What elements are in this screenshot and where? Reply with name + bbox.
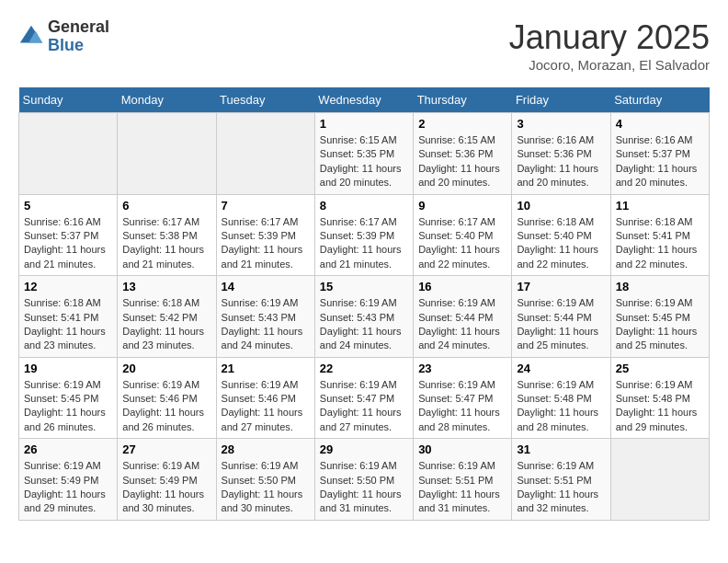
- day-number: 29: [320, 442, 408, 456]
- calendar-cell: [610, 439, 709, 521]
- calendar-cell: 10Sunrise: 6:18 AM Sunset: 5:40 PM Dayli…: [512, 194, 610, 276]
- calendar-cell: 13Sunrise: 6:18 AM Sunset: 5:42 PM Dayli…: [118, 276, 216, 358]
- calendar-cell: [216, 113, 314, 195]
- calendar-cell: 29Sunrise: 6:19 AM Sunset: 5:50 PM Dayli…: [314, 439, 413, 521]
- day-number: 23: [418, 362, 506, 375]
- calendar-cell: 19Sunrise: 6:19 AM Sunset: 5:45 PM Dayli…: [19, 357, 118, 439]
- day-info: Sunrise: 6:17 AM Sunset: 5:38 PM Dayligh…: [122, 215, 210, 272]
- logo: General Blue: [18, 18, 109, 55]
- calendar-cell: 8Sunrise: 6:17 AM Sunset: 5:39 PM Daylig…: [314, 194, 413, 276]
- calendar-cell: 25Sunrise: 6:19 AM Sunset: 5:48 PM Dayli…: [610, 357, 709, 439]
- day-info: Sunrise: 6:19 AM Sunset: 5:51 PM Dayligh…: [517, 459, 605, 516]
- day-number: 21: [222, 362, 310, 375]
- calendar-cell: [19, 113, 118, 195]
- day-info: Sunrise: 6:19 AM Sunset: 5:45 PM Dayligh…: [616, 296, 704, 353]
- day-info: Sunrise: 6:19 AM Sunset: 5:45 PM Dayligh…: [24, 378, 112, 435]
- day-number: 11: [616, 199, 704, 213]
- day-number: 6: [122, 199, 210, 213]
- day-info: Sunrise: 6:19 AM Sunset: 5:44 PM Dayligh…: [418, 296, 506, 353]
- calendar-cell: 30Sunrise: 6:19 AM Sunset: 5:51 PM Dayli…: [414, 439, 512, 521]
- calendar-week-row: 26Sunrise: 6:19 AM Sunset: 5:49 PM Dayli…: [19, 439, 710, 521]
- day-info: Sunrise: 6:18 AM Sunset: 5:42 PM Dayligh…: [122, 296, 210, 353]
- month-title: January 2025: [509, 18, 710, 57]
- calendar-cell: 31Sunrise: 6:19 AM Sunset: 5:51 PM Dayli…: [512, 439, 610, 521]
- day-info: Sunrise: 6:19 AM Sunset: 5:50 PM Dayligh…: [320, 459, 408, 516]
- logo-text: General Blue: [48, 18, 109, 55]
- calendar-cell: 3Sunrise: 6:16 AM Sunset: 5:36 PM Daylig…: [512, 113, 610, 195]
- day-number: 18: [616, 280, 704, 293]
- calendar-cell: 22Sunrise: 6:19 AM Sunset: 5:47 PM Dayli…: [314, 357, 413, 439]
- day-number: 19: [24, 362, 112, 375]
- day-number: 31: [517, 442, 605, 456]
- page-header: General Blue January 2025 Jocoro, Moraza…: [18, 18, 710, 73]
- logo-general-text: General: [48, 18, 109, 37]
- day-number: 28: [222, 442, 310, 456]
- day-info: Sunrise: 6:19 AM Sunset: 5:49 PM Dayligh…: [122, 459, 210, 516]
- calendar-cell: 24Sunrise: 6:19 AM Sunset: 5:48 PM Dayli…: [512, 357, 610, 439]
- day-number: 12: [24, 280, 112, 293]
- day-info: Sunrise: 6:19 AM Sunset: 5:47 PM Dayligh…: [418, 378, 506, 435]
- calendar-cell: 27Sunrise: 6:19 AM Sunset: 5:49 PM Dayli…: [118, 439, 216, 521]
- calendar-table: SundayMondayTuesdayWednesdayThursdayFrid…: [18, 87, 710, 521]
- calendar-week-row: 12Sunrise: 6:18 AM Sunset: 5:41 PM Dayli…: [19, 276, 710, 358]
- day-number: 4: [616, 117, 704, 131]
- weekday-header-friday: Friday: [512, 87, 610, 113]
- day-number: 27: [122, 442, 210, 456]
- calendar-week-row: 5Sunrise: 6:16 AM Sunset: 5:37 PM Daylig…: [19, 194, 710, 276]
- day-number: 25: [616, 362, 704, 375]
- day-number: 16: [418, 280, 506, 293]
- weekday-header-wednesday: Wednesday: [314, 87, 413, 113]
- calendar-cell: 14Sunrise: 6:19 AM Sunset: 5:43 PM Dayli…: [216, 276, 314, 358]
- day-info: Sunrise: 6:17 AM Sunset: 5:40 PM Dayligh…: [418, 215, 506, 272]
- weekday-header-sunday: Sunday: [19, 87, 118, 113]
- day-info: Sunrise: 6:16 AM Sunset: 5:36 PM Dayligh…: [517, 133, 605, 190]
- day-info: Sunrise: 6:19 AM Sunset: 5:51 PM Dayligh…: [418, 459, 506, 516]
- calendar-cell: 1Sunrise: 6:15 AM Sunset: 5:35 PM Daylig…: [314, 113, 413, 195]
- day-info: Sunrise: 6:17 AM Sunset: 5:39 PM Dayligh…: [222, 215, 310, 272]
- weekday-header-tuesday: Tuesday: [216, 87, 314, 113]
- day-info: Sunrise: 6:17 AM Sunset: 5:39 PM Dayligh…: [320, 215, 408, 272]
- calendar-cell: [118, 113, 216, 195]
- day-info: Sunrise: 6:18 AM Sunset: 5:41 PM Dayligh…: [616, 215, 704, 272]
- calendar-cell: 15Sunrise: 6:19 AM Sunset: 5:43 PM Dayli…: [314, 276, 413, 358]
- day-info: Sunrise: 6:19 AM Sunset: 5:44 PM Dayligh…: [517, 296, 605, 353]
- calendar-cell: 7Sunrise: 6:17 AM Sunset: 5:39 PM Daylig…: [216, 194, 314, 276]
- day-number: 5: [24, 199, 112, 213]
- calendar-cell: 9Sunrise: 6:17 AM Sunset: 5:40 PM Daylig…: [414, 194, 512, 276]
- day-number: 2: [418, 117, 506, 131]
- day-number: 24: [517, 362, 605, 375]
- location-text: Jocoro, Morazan, El Salvador: [509, 57, 710, 73]
- day-number: 26: [24, 442, 112, 456]
- calendar-cell: 5Sunrise: 6:16 AM Sunset: 5:37 PM Daylig…: [19, 194, 118, 276]
- day-info: Sunrise: 6:18 AM Sunset: 5:41 PM Dayligh…: [24, 296, 112, 353]
- calendar-cell: 17Sunrise: 6:19 AM Sunset: 5:44 PM Dayli…: [512, 276, 610, 358]
- calendar-cell: 21Sunrise: 6:19 AM Sunset: 5:46 PM Dayli…: [216, 357, 314, 439]
- day-info: Sunrise: 6:19 AM Sunset: 5:46 PM Dayligh…: [122, 378, 210, 435]
- day-number: 3: [517, 117, 605, 131]
- day-info: Sunrise: 6:15 AM Sunset: 5:36 PM Dayligh…: [418, 133, 506, 190]
- title-block: January 2025 Jocoro, Morazan, El Salvado…: [509, 18, 710, 73]
- weekday-header-monday: Monday: [118, 87, 216, 113]
- day-number: 20: [122, 362, 210, 375]
- day-number: 22: [320, 362, 408, 375]
- day-info: Sunrise: 6:18 AM Sunset: 5:40 PM Dayligh…: [517, 215, 605, 272]
- weekday-header-row: SundayMondayTuesdayWednesdayThursdayFrid…: [19, 87, 710, 113]
- calendar-cell: 23Sunrise: 6:19 AM Sunset: 5:47 PM Dayli…: [414, 357, 512, 439]
- day-info: Sunrise: 6:15 AM Sunset: 5:35 PM Dayligh…: [320, 133, 408, 190]
- day-info: Sunrise: 6:19 AM Sunset: 5:48 PM Dayligh…: [517, 378, 605, 435]
- calendar-week-row: 1Sunrise: 6:15 AM Sunset: 5:35 PM Daylig…: [19, 113, 710, 195]
- calendar-cell: 12Sunrise: 6:18 AM Sunset: 5:41 PM Dayli…: [19, 276, 118, 358]
- day-info: Sunrise: 6:19 AM Sunset: 5:47 PM Dayligh…: [320, 378, 408, 435]
- day-number: 1: [320, 117, 408, 131]
- calendar-cell: 4Sunrise: 6:16 AM Sunset: 5:37 PM Daylig…: [610, 113, 709, 195]
- calendar-week-row: 19Sunrise: 6:19 AM Sunset: 5:45 PM Dayli…: [19, 357, 710, 439]
- day-info: Sunrise: 6:19 AM Sunset: 5:50 PM Dayligh…: [222, 459, 310, 516]
- day-number: 7: [222, 199, 310, 213]
- calendar-cell: 11Sunrise: 6:18 AM Sunset: 5:41 PM Dayli…: [610, 194, 709, 276]
- weekday-header-saturday: Saturday: [610, 87, 709, 113]
- day-info: Sunrise: 6:16 AM Sunset: 5:37 PM Dayligh…: [616, 133, 704, 190]
- day-info: Sunrise: 6:19 AM Sunset: 5:43 PM Dayligh…: [222, 296, 310, 353]
- day-info: Sunrise: 6:19 AM Sunset: 5:49 PM Dayligh…: [24, 459, 112, 516]
- day-info: Sunrise: 6:19 AM Sunset: 5:46 PM Dayligh…: [222, 378, 310, 435]
- calendar-cell: 18Sunrise: 6:19 AM Sunset: 5:45 PM Dayli…: [610, 276, 709, 358]
